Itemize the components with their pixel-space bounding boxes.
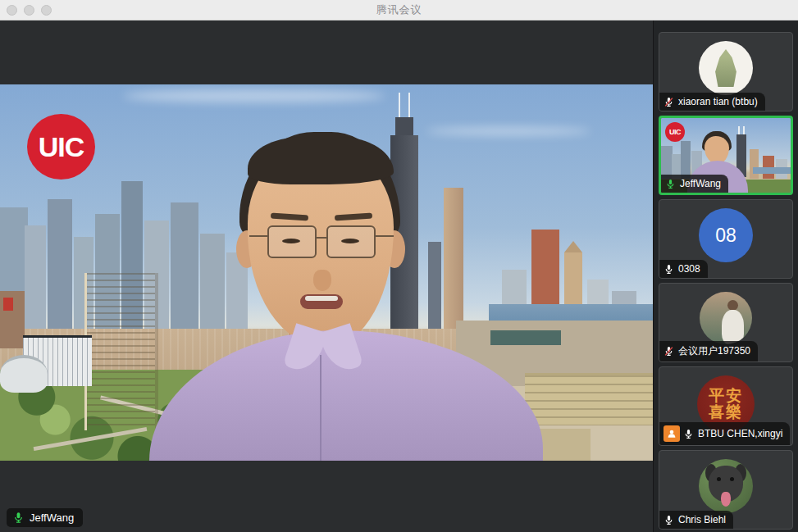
participant-tile-jeffwang[interactable]: UIC JeffWang xyxy=(659,116,793,195)
titlebar: 腾讯会议 xyxy=(0,0,798,20)
avatar xyxy=(699,459,753,513)
avatar-initials: 08 xyxy=(715,225,736,247)
participants-sidebar: xiaoran tian (btbu) UIC xyxy=(654,20,798,532)
host-badge-icon xyxy=(663,425,680,442)
participant-name-pill: BTBU CHEN,xingyi xyxy=(659,422,790,445)
participant-name: Chris Biehl xyxy=(678,514,726,525)
traffic-lights xyxy=(7,0,52,20)
maximize-window-button[interactable] xyxy=(41,5,52,16)
window-title: 腾讯会议 xyxy=(376,2,422,17)
participant-name-pill: JeffWang xyxy=(661,175,728,193)
main-speaker-name: JeffWang xyxy=(30,512,74,524)
calligraphy-line1: 平安 xyxy=(709,388,743,404)
calligraphy-line2: 喜樂 xyxy=(709,404,743,421)
minimize-window-button[interactable] xyxy=(24,5,34,16)
participant-tile-0308[interactable]: 08 0308 xyxy=(659,199,793,279)
participant-name: xiaoran tian (btbu) xyxy=(678,96,758,107)
participant-name-pill: 会议用户197350 xyxy=(659,341,758,361)
participant-name-pill: xiaoran tian (btbu) xyxy=(659,93,765,111)
main-speaker-video: UIC xyxy=(0,84,653,461)
mic-on-icon xyxy=(663,515,674,525)
uic-logo: UIC xyxy=(27,114,95,180)
participant-tile-meeting-user[interactable]: 会议用户197350 xyxy=(659,283,793,362)
participant-name: 会议用户197350 xyxy=(678,344,750,358)
avatar: 08 xyxy=(699,208,753,262)
mic-on-icon xyxy=(683,429,694,439)
participant-tile-chris-biehl[interactable]: Chris Biehl xyxy=(659,450,793,530)
mic-active-icon xyxy=(665,179,676,189)
avatar xyxy=(699,41,753,95)
mic-active-icon xyxy=(12,512,25,524)
mic-muted-icon xyxy=(663,97,674,107)
main-speaker-stage[interactable]: UIC xyxy=(0,20,653,532)
participant-name: JeffWang xyxy=(680,178,721,189)
uic-logo-mini: UIC xyxy=(665,122,685,142)
participant-name: 0308 xyxy=(678,263,700,275)
avatar xyxy=(700,292,752,344)
main-speaker-name-pill: JeffWang xyxy=(7,508,83,527)
close-window-button[interactable] xyxy=(7,5,17,16)
participant-name-pill: Chris Biehl xyxy=(659,511,733,529)
mic-muted-icon xyxy=(663,346,674,357)
participant-tile-xiaoran-tian[interactable]: xiaoran tian (btbu) xyxy=(659,32,793,111)
meeting-window: 腾讯会议 xyxy=(0,0,798,532)
participant-name-pill: 0308 xyxy=(659,260,708,278)
participant-name: BTBU CHEN,xingyi xyxy=(698,428,782,439)
participant-tile-btbu-chen[interactable]: 平安 喜樂 BTBU CHEN,xingyi xyxy=(659,366,793,446)
mic-on-icon xyxy=(663,264,674,275)
